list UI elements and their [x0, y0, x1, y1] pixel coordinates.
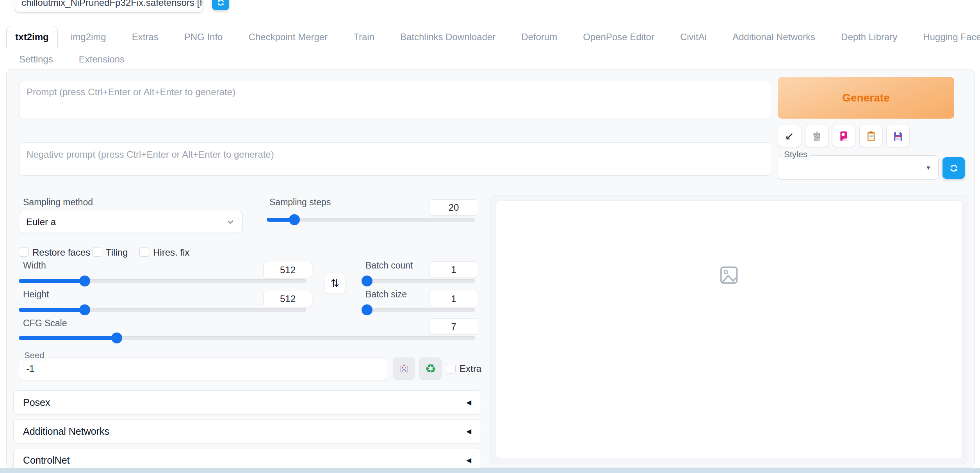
slider-fill [19, 279, 85, 283]
slider-fill [19, 308, 85, 312]
tab-deforum[interactable]: Deforum [508, 26, 570, 48]
accordion-additional-networks[interactable]: Additional Networks ◀ [13, 419, 481, 443]
width-label: Width [23, 260, 46, 271]
swap-width-height-button[interactable]: ⇅ [324, 273, 346, 294]
accordion-collapsed-icon: ◀ [466, 398, 471, 407]
accordion-title: Posex [23, 397, 50, 408]
tab-extensions[interactable]: Extensions [66, 48, 137, 70]
slider-track[interactable] [267, 218, 475, 222]
slider-fill [267, 218, 294, 222]
tab-civitai[interactable]: CivitAi [667, 26, 720, 48]
tab-png-info[interactable]: PNG Info [171, 26, 236, 48]
batch-size-label: Batch size [365, 289, 407, 300]
width-slider[interactable] [19, 276, 306, 286]
styles-refresh-button[interactable] [943, 157, 965, 179]
main-tabs-row: txt2img img2img Extras PNG Info Checkpoi… [6, 26, 980, 48]
cfg-scale-label: CFG Scale [23, 318, 67, 329]
slider-track[interactable] [364, 279, 475, 283]
tab-checkpoint-merger[interactable]: Checkpoint Merger [235, 26, 340, 48]
checkpoint-refresh-button[interactable] [212, 0, 229, 10]
image-placeholder-icon [718, 264, 740, 286]
seed-extra-checkbox[interactable] [446, 364, 456, 373]
arrow-down-left-icon: ↙ [785, 131, 794, 142]
tab-img2img[interactable]: img2img [58, 26, 119, 48]
refresh-icon [949, 163, 959, 173]
slider-thumb[interactable] [362, 276, 372, 286]
tab-train[interactable]: Train [340, 26, 387, 48]
sampling-steps-slider[interactable] [267, 214, 475, 225]
tab-additional-networks[interactable]: Additional Networks [720, 26, 828, 48]
floppy-icon [892, 130, 904, 142]
batch-count-label: Batch count [365, 260, 413, 271]
clipboard-icon [865, 130, 877, 142]
tab-batchlinks-downloader[interactable]: Batchlinks Downloader [387, 26, 508, 48]
checkpoint-select[interactable]: chilloutmix_NiPrunedFp32Fix.safetensors … [15, 0, 203, 12]
tab-extras[interactable]: Extras [119, 26, 171, 48]
recycle-icon: ♻ [425, 363, 436, 375]
tab-depth-library[interactable]: Depth Library [828, 26, 910, 48]
seed-extra-label: Extra [460, 363, 481, 374]
sampling-method-value: Euler a [26, 217, 56, 228]
swap-arrows-icon: ⇅ [331, 278, 340, 289]
cfg-scale-slider[interactable] [19, 333, 475, 343]
seed-input[interactable] [19, 357, 387, 380]
random-seed-button[interactable] [393, 357, 415, 380]
card-icon [837, 130, 850, 142]
paste-prompt-button[interactable]: ↙ [778, 125, 801, 147]
tab-txt2img[interactable]: txt2img [6, 26, 58, 48]
accordion-title: ControlNet [23, 455, 70, 466]
accordion-collapsed-icon: ◀ [466, 427, 471, 436]
trash-icon [811, 130, 823, 142]
caret-down-icon: ▼ [925, 164, 931, 171]
tiling-label: Tiling [106, 247, 128, 258]
tab-openpose-editor[interactable]: OpenPose Editor [570, 26, 667, 48]
slider-track[interactable] [19, 308, 306, 312]
output-image-area [496, 201, 963, 459]
clear-prompt-button[interactable] [805, 125, 829, 147]
hires-fix-label: Hires. fix [153, 247, 189, 258]
restore-faces-label: Restore faces [32, 247, 90, 258]
accordion-posex[interactable]: Posex ◀ [13, 390, 481, 414]
extra-networks-button[interactable] [832, 125, 855, 147]
slider-track[interactable] [364, 308, 475, 312]
sampling-steps-label: Sampling steps [269, 197, 331, 208]
restore-faces-checkbox[interactable] [19, 247, 29, 257]
secondary-tabs-row: Settings Extensions [6, 48, 137, 70]
sampling-method-label: Sampling method [23, 197, 93, 208]
checkpoint-select-value: chilloutmix_NiPrunedFp32Fix.safetensors … [21, 0, 203, 8]
tab-hugging-face[interactable]: Hugging Face [910, 26, 980, 48]
sampling-method-select[interactable]: Euler a [19, 211, 242, 233]
batch-count-slider[interactable] [364, 276, 475, 286]
slider-fill [19, 336, 117, 340]
reuse-seed-button[interactable]: ♻ [419, 357, 442, 380]
slider-thumb[interactable] [362, 304, 372, 315]
apply-styles-button[interactable] [859, 125, 883, 147]
generate-button[interactable]: Generate [778, 77, 954, 119]
accordion-title: Additional Networks [23, 426, 109, 437]
styles-label: Styles [782, 149, 810, 160]
hires-fix-checkbox[interactable] [139, 247, 149, 257]
horizontal-scrollbar[interactable] [0, 468, 980, 473]
slider-thumb[interactable] [79, 276, 90, 286]
slider-track[interactable] [19, 336, 475, 340]
txt2img-page: chilloutmix_NiPrunedFp32Fix.safetensors … [0, 0, 980, 473]
slider-fill [364, 279, 367, 283]
tiling-checkbox[interactable] [93, 247, 102, 257]
chevron-down-icon [226, 217, 235, 227]
height-label: Height [23, 289, 49, 300]
batch-size-slider[interactable] [364, 304, 475, 315]
seed-label: Seed [22, 350, 46, 361]
height-slider[interactable] [19, 304, 306, 315]
negative-prompt-input[interactable] [19, 142, 771, 176]
save-style-button[interactable] [886, 125, 910, 147]
slider-thumb[interactable] [111, 333, 122, 343]
prompt-input[interactable] [19, 80, 771, 119]
tab-settings[interactable]: Settings [6, 48, 66, 70]
sampling-steps-input[interactable] [429, 199, 478, 216]
dice-icon [398, 363, 410, 375]
slider-thumb[interactable] [289, 214, 300, 225]
slider-thumb[interactable] [79, 304, 90, 315]
slider-track[interactable] [19, 279, 306, 283]
slider-fill [364, 308, 367, 312]
refresh-icon [216, 0, 225, 7]
